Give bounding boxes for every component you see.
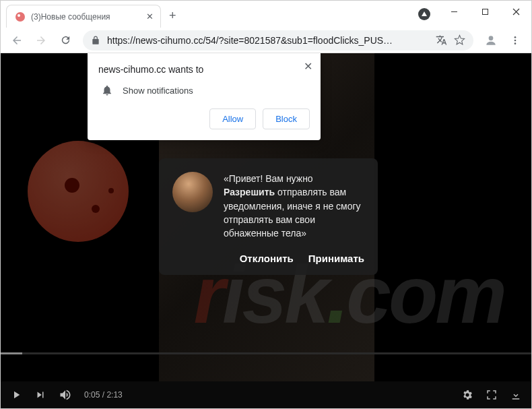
browser-window: (3)Новые сообщения ✕ + https://news-cihu…	[0, 0, 532, 409]
svg-point-1	[18, 14, 20, 17]
svg-point-8	[514, 39, 517, 41]
overlay-message: «Привет! Вам нужно Разрешить отправлять …	[224, 172, 364, 240]
video-player-controls: 0:05 / 2:13	[1, 381, 531, 408]
volume-button[interactable]	[59, 388, 72, 402]
star-icon[interactable]	[454, 34, 465, 46]
close-window-button[interactable]	[500, 1, 531, 22]
browser-tab[interactable]: (3)Новые сообщения ✕	[6, 5, 161, 28]
tab-title: (3)Новые сообщения	[31, 12, 141, 22]
favicon-icon	[15, 11, 26, 22]
address-bar[interactable]: https://news-cihumo.cc/54/?site=8021587&…	[83, 30, 473, 51]
svg-point-6	[489, 36, 494, 40]
fullscreen-button[interactable]	[486, 389, 498, 401]
notification-permission-label: Show notifications	[123, 86, 193, 96]
profile-button[interactable]	[480, 30, 502, 51]
titlebar: (3)Новые сообщения ✕ +	[1, 1, 531, 28]
block-button[interactable]: Block	[263, 108, 310, 129]
bell-icon	[101, 84, 113, 96]
window-controls	[438, 1, 531, 22]
notification-permission-dialog: ✕ news-cihumo.cc wants to Show notificat…	[88, 53, 321, 140]
url-text: https://news-cihumo.cc/54/?site=8021587&…	[107, 35, 429, 46]
play-button[interactable]	[10, 389, 22, 401]
settings-button[interactable]	[461, 389, 473, 401]
lock-icon	[91, 36, 100, 45]
next-button[interactable]	[34, 389, 46, 401]
decline-button[interactable]: Отклонить	[240, 253, 294, 264]
svg-point-7	[514, 36, 517, 38]
time-display: 0:05 / 2:13	[84, 390, 123, 400]
reload-button[interactable]	[55, 30, 76, 51]
svg-rect-3	[482, 9, 488, 14]
page-content: risk.com ✕ news-cihumo.cc wants to Show …	[1, 53, 531, 381]
notification-origin: news-cihumo.cc wants to	[98, 64, 310, 75]
allow-button[interactable]: Allow	[209, 108, 256, 129]
svg-point-9	[514, 42, 517, 44]
translate-icon[interactable]	[436, 34, 447, 46]
back-button[interactable]	[6, 30, 28, 51]
svg-point-0	[15, 12, 25, 22]
incognito-icon	[418, 8, 430, 20]
accept-button[interactable]: Принимать	[308, 253, 364, 264]
tab-close-icon[interactable]: ✕	[146, 11, 154, 22]
toolbar: https://news-cihumo.cc/54/?site=8021587&…	[1, 28, 531, 53]
download-button[interactable]	[510, 389, 522, 401]
avatar	[172, 172, 213, 212]
maximize-button[interactable]	[469, 1, 500, 22]
close-icon[interactable]: ✕	[304, 60, 312, 73]
forward-button[interactable]	[30, 30, 52, 51]
menu-button[interactable]	[504, 30, 526, 51]
page-overlay-prompt: «Привет! Вам нужно Разрешить отправлять …	[159, 158, 378, 275]
new-tab-button[interactable]: +	[169, 9, 176, 23]
minimize-button[interactable]	[438, 1, 469, 22]
progress-bar[interactable]	[1, 352, 531, 354]
